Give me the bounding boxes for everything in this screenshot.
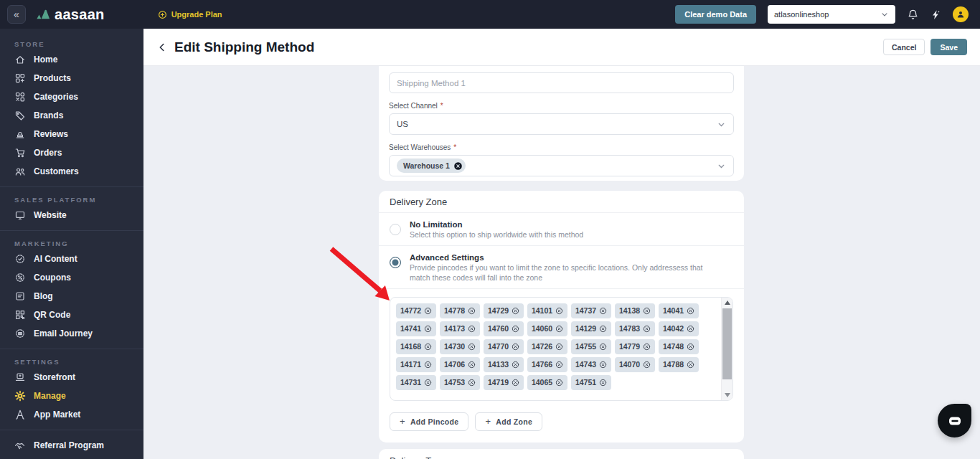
remove-pincode-icon[interactable] xyxy=(512,307,519,315)
sidebar-item-coupons[interactable]: Coupons xyxy=(0,268,143,287)
no-limitation-option[interactable]: No Limitation Select this option to ship… xyxy=(379,213,744,245)
remove-pincode-icon[interactable] xyxy=(555,343,563,351)
notifications-bell-icon[interactable] xyxy=(907,9,919,21)
remove-pincode-icon[interactable] xyxy=(512,379,519,387)
remove-pincode-icon[interactable] xyxy=(424,343,432,351)
sidebar-item-reviews[interactable]: Reviews xyxy=(0,125,143,143)
pincode-value: 14101 xyxy=(532,306,552,315)
no-limitation-radio[interactable] xyxy=(390,224,401,235)
sidebar-item-storefront[interactable]: Storefront xyxy=(0,368,143,387)
store-selector-dropdown[interactable]: atlasonlineshop xyxy=(768,5,895,24)
shipping-method-name-input[interactable] xyxy=(389,72,734,93)
pincode-value: 14779 xyxy=(619,342,640,351)
back-chevron-icon[interactable] xyxy=(156,42,168,53)
remove-pincode-icon[interactable] xyxy=(512,361,519,369)
remove-pincode-icon[interactable] xyxy=(599,307,607,315)
remove-pincode-icon[interactable] xyxy=(424,307,432,315)
remove-pincode-icon[interactable] xyxy=(424,325,432,333)
sidebar-collapse-button[interactable]: « xyxy=(7,5,26,24)
remove-pincode-icon[interactable] xyxy=(599,325,607,333)
warehouses-select[interactable]: Warehouse 1 xyxy=(389,155,734,176)
sidebar: STOREHomeProductsCategoriesBrandsReviews… xyxy=(0,29,143,459)
sidebar-item-email-journey[interactable]: Email Journey xyxy=(0,324,143,343)
main-area: Edit Shipping Method Cancel Save Select … xyxy=(143,29,980,459)
sidebar-item-manage[interactable]: Manage xyxy=(0,387,143,405)
remove-pincode-icon[interactable] xyxy=(555,361,563,369)
shipping-method-form-card: Select Channel* US Select Warehouses* Wa… xyxy=(379,66,744,181)
remove-pincode-icon[interactable] xyxy=(512,343,519,351)
upgrade-plan-button[interactable]: Upgrade Plan xyxy=(158,10,222,19)
add-zone-button[interactable]: + Add Zone xyxy=(475,412,542,431)
remove-pincode-icon[interactable] xyxy=(599,361,607,369)
remove-pincode-icon[interactable] xyxy=(468,379,476,387)
save-button[interactable]: Save xyxy=(930,39,967,55)
scroll-up-arrow-icon[interactable] xyxy=(725,301,730,305)
remove-pincode-icon[interactable] xyxy=(468,361,476,369)
remove-pincode-icon[interactable] xyxy=(555,379,563,387)
sidebar-item-products[interactable]: Products xyxy=(0,69,143,87)
remove-pincode-icon[interactable] xyxy=(424,379,432,387)
sidebar-item-app-market[interactable]: App Market xyxy=(0,405,143,424)
remove-pincode-icon[interactable] xyxy=(468,307,476,315)
sidebar-item-blog[interactable]: Blog xyxy=(0,287,143,306)
scroll-down-arrow-icon[interactable] xyxy=(725,393,730,397)
sidebar-footer: Referral Program xyxy=(0,436,143,455)
cancel-button[interactable]: Cancel xyxy=(883,39,925,55)
advanced-settings-option[interactable]: Advanced Settings Provide pincodes if yo… xyxy=(379,246,744,288)
sidebar-item-customers[interactable]: Customers xyxy=(0,162,143,181)
pincode-value: 14719 xyxy=(488,378,509,387)
channel-select[interactable]: US xyxy=(389,113,734,135)
remove-pincode-icon[interactable] xyxy=(555,325,563,333)
pincode-chip: 14060 xyxy=(527,321,567,336)
remove-pincode-icon[interactable] xyxy=(687,307,694,315)
warehouse-chip-label: Warehouse 1 xyxy=(403,161,450,170)
remove-pincode-icon[interactable] xyxy=(687,343,694,351)
user-avatar[interactable] xyxy=(953,6,969,22)
scrollbar-thumb[interactable] xyxy=(722,308,732,379)
remove-pincode-icon[interactable] xyxy=(687,361,694,369)
chat-launcher-button[interactable] xyxy=(938,404,971,437)
no-limitation-label: No Limitation xyxy=(410,218,583,229)
sidebar-item-label: QR Code xyxy=(34,310,70,320)
sidebar-item-categories[interactable]: Categories xyxy=(0,87,143,106)
remove-pincode-icon[interactable] xyxy=(424,361,432,369)
remove-pincode-icon[interactable] xyxy=(599,343,607,351)
pincode-value: 14731 xyxy=(400,378,421,387)
clear-demo-data-button[interactable]: Clear demo Data xyxy=(675,5,756,24)
brand-logo[interactable]: aasaan xyxy=(36,6,105,23)
pincode-value: 14741 xyxy=(400,324,421,333)
pincode-value: 14138 xyxy=(619,306,640,315)
remove-pincode-icon[interactable] xyxy=(643,361,651,369)
pincode-value: 14171 xyxy=(400,360,421,369)
pincode-chip: 14743 xyxy=(571,357,611,372)
pincode-chip: 14753 xyxy=(440,375,480,390)
pincode-value: 14042 xyxy=(663,324,684,333)
remove-pincode-icon[interactable] xyxy=(643,307,651,315)
pincode-scrollbar[interactable] xyxy=(721,298,732,400)
sidebar-item-home[interactable]: Home xyxy=(0,50,143,69)
advanced-settings-radio[interactable] xyxy=(390,257,401,268)
pincode-value: 14129 xyxy=(575,324,596,333)
sidebar-item-orders[interactable]: Orders xyxy=(0,143,143,162)
sidebar-item-label: Home xyxy=(34,55,57,65)
remove-pincode-icon[interactable] xyxy=(599,379,607,387)
pincode-chip: 14706 xyxy=(440,357,480,372)
remove-pincode-icon[interactable] xyxy=(643,343,651,351)
sidebar-item-website[interactable]: Website xyxy=(0,206,143,224)
sidebar-item-referral-program[interactable]: Referral Program xyxy=(0,436,143,455)
add-pincode-button[interactable]: + Add Pincode xyxy=(390,412,468,431)
remove-pincode-icon[interactable] xyxy=(468,325,476,333)
pincode-value: 14737 xyxy=(575,306,596,315)
remove-warehouse-icon[interactable] xyxy=(453,161,463,171)
remove-pincode-icon[interactable] xyxy=(512,325,519,333)
sidebar-item-qr-code[interactable]: QR Code xyxy=(0,306,143,324)
quick-actions-bolt-icon[interactable] xyxy=(930,9,941,20)
remove-pincode-icon[interactable] xyxy=(468,343,476,351)
pincode-value: 14766 xyxy=(532,360,552,369)
sidebar-item-ai-content[interactable]: AI Content xyxy=(0,250,143,268)
remove-pincode-icon[interactable] xyxy=(555,307,563,315)
remove-pincode-icon[interactable] xyxy=(687,325,694,333)
remove-pincode-icon[interactable] xyxy=(643,325,651,333)
sidebar-item-brands[interactable]: Brands xyxy=(0,106,143,125)
brand-name: aasaan xyxy=(55,6,105,23)
